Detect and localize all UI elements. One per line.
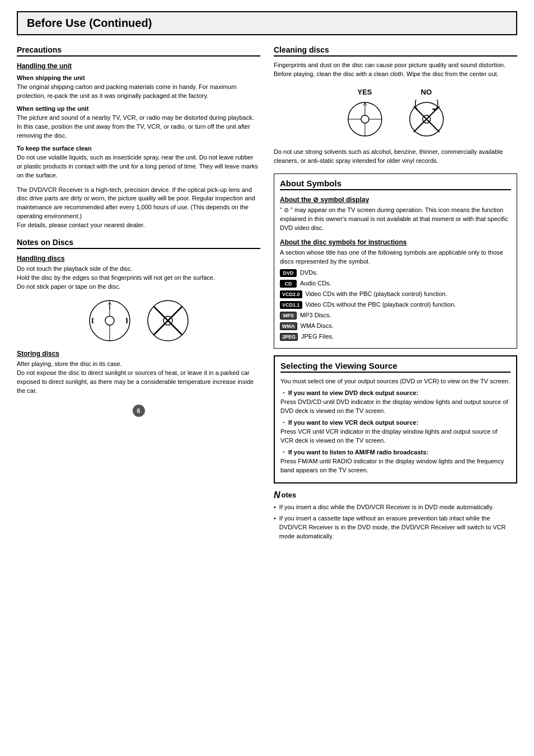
symbol-dvd: DVD DVDs. [280,269,511,277]
precautions-title: Precautions [17,45,260,57]
selecting-viewing-source-section: Selecting the Viewing Source You must se… [274,355,517,483]
about-symbols-title: About Symbols [280,179,511,190]
handling-discs-title: Handling discs [17,255,260,262]
symbols-list: DVD DVDs. CD Audio CDs. VCD2.0 Video CDs… [280,269,511,341]
storing-discs-text: After playing, store the disc in its cas… [17,360,260,396]
page-number: 6 [133,405,145,417]
shipping-text: The original shipping carton and packing… [17,83,260,101]
handling-discs-text: Do not touch the playback side of the di… [17,265,260,292]
symbol-vcd11: VCD1.1 Video CDs without the PBC (playba… [280,301,511,309]
right-column: Cleaning discs Fingerprints and dust on … [274,45,517,543]
vcr-source-text: Press VCR until VCR indicator in the dis… [280,428,498,444]
vcd11-label: Video CDs without the PBC (playback cont… [306,301,456,308]
no-disc-icon [407,100,446,139]
viewing-source-title: Selecting the Viewing Source [280,361,510,373]
yes-disc-icon [345,100,385,139]
no-label: NO [421,88,432,96]
notes-on-discs-section: Notes on Discs Handling discs Do not tou… [17,238,260,396]
symbol-display-title: About the ⊘ symbol display [280,196,511,204]
setting-up-text: The picture and sound of a nearby TV, VC… [17,114,260,140]
left-column: Precautions Handling the unit When shipp… [17,45,260,543]
symbol-mp3: MP3 MP3 Discs. [280,312,511,320]
page-title: Before Use (Continued) [27,17,507,30]
shipping-title: When shipping the unit [17,74,260,81]
note-item-1: If you insert a disc while the DVD/VCR R… [274,503,517,512]
notes-otes: otes [282,491,297,499]
yes-no-disc-images: YES NO [274,88,517,139]
viewing-source-intro: You must select one of your output sourc… [280,377,510,386]
mp3-badge: MP3 [280,312,297,320]
notes-heading: N otes [274,490,517,500]
clear-picture-text: The DVD/VCR Receiver is a high-tech, pre… [17,186,260,231]
notes-on-discs-title: Notes on Discs [17,238,260,249]
cd-label: Audio CDs. [300,280,331,287]
dvd-source-item: ・ If you want to view DVD deck output so… [280,389,510,416]
vcd11-badge: VCD1.1 [280,301,302,309]
setting-up-title: When setting up the unit [17,105,260,112]
disc-correct-icon [87,298,132,343]
symbol-cd: CD Audio CDs. [280,280,511,288]
note-2-text: If you insert a cassette tape without an… [279,514,517,541]
jpeg-label: JPEG Files. [301,333,334,340]
notes-section: N otes If you insert a disc while the DV… [274,490,517,541]
precautions-section: Precautions Handling the unit When shipp… [17,45,260,230]
radio-source-item: ・ If you want to listen to AM/FM radio b… [280,448,510,475]
cleaning-discs-title: Cleaning discs [274,45,517,57]
dvd-label: DVDs. [300,269,318,276]
vcd20-badge: VCD2.0 [280,290,302,298]
jpeg-badge: JPEG [280,333,298,341]
vcd20-label: Video CDs with the PBC (playback control… [306,290,448,297]
radio-source-bold: ・ If you want to listen to AM/FM radio b… [280,449,428,456]
symbol-jpeg: JPEG JPEG Files. [280,333,511,341]
dvd-badge: DVD [280,269,297,277]
surface-clean-title: To keep the surface clean [17,145,260,152]
disc-symbols-intro: A section whose title has one of the fol… [280,248,511,266]
note-1-text: If you insert a disc while the DVD/VCR R… [279,503,494,512]
cleaning-discs-text: Fingerprints and dust on the disc can ca… [274,61,517,79]
yes-label: YES [357,88,372,96]
symbol-wma: WMA WMA Discs. [280,322,511,330]
yes-disc-item: YES [345,88,385,139]
svg-point-1 [105,316,114,325]
about-symbols-section: About Symbols About the ⊘ symbol display… [274,173,517,349]
dvd-source-text: Press DVD/CD until DVD indicator in the … [280,398,508,414]
note-item-2: If you insert a cassette tape without an… [274,514,517,541]
surface-clean-text: Do not use volatile liquids, such as ins… [17,153,260,180]
symbol-vcd20: VCD2.0 Video CDs with the PBC (playback … [280,290,511,298]
wma-label: WMA Discs. [301,322,334,329]
handling-unit-title: Handling the unit [17,62,260,70]
svg-point-9 [361,115,369,123]
notes-n-italic: N [274,490,280,500]
page-title-box: Before Use (Continued) [17,11,517,35]
no-disc-item: NO [407,88,446,139]
storing-discs-title: Storing discs [17,350,260,358]
symbol-display-text: " ⊘ " may appear on the TV screen during… [280,206,511,233]
cleaning-discs-section: Cleaning discs Fingerprints and dust on … [274,45,517,166]
mp3-label: MP3 Discs. [300,312,331,318]
cd-badge: CD [280,280,297,288]
vcr-source-item: ・ If you want to view VCR deck output so… [280,419,510,445]
disc-symbols-title: About the disc symbols for instructions [280,238,511,246]
wma-badge: WMA [280,322,297,330]
radio-source-text: Press FM/AM until RADIO indicator in the… [280,458,504,473]
cleaning-discs-footer: Do not use strong solvents such as alcoh… [274,148,517,166]
disc-wrong-icon [146,298,190,343]
disc-handling-images [17,298,260,343]
page-number-area: 6 [17,405,260,417]
vcr-source-bold: ・ If you want to view VCR deck output so… [280,419,418,426]
dvd-source-bold: ・ If you want to view DVD deck output so… [280,389,418,396]
